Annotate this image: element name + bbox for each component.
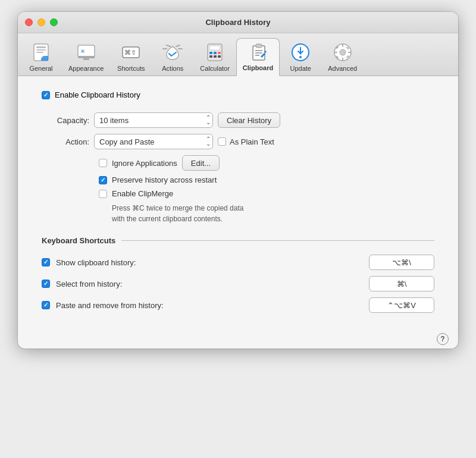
toolbar: General ⌘ Appearance ⌘⇧ Shortcuts — [18, 33, 458, 76]
tab-calculator[interactable]: Calculator — [193, 38, 236, 76]
preserve-history-label: Preserve history across restart — [112, 175, 217, 184]
clipmerge-description: Press ⌘C twice to merge the copied dataw… — [112, 203, 434, 224]
appearance-icon: ⌘ — [76, 42, 97, 63]
checkboxes-section: Ignore Applications Edit... Preserve his… — [99, 155, 434, 224]
general-icon — [30, 42, 52, 63]
shortcut-select-history-label: Select from history: — [56, 280, 363, 288]
divider-line — [121, 240, 434, 241]
svg-rect-5 — [78, 56, 95, 58]
svg-rect-14 — [218, 52, 221, 54]
shortcut-paste-remove-key[interactable]: ⌃⌥⌘V — [369, 297, 434, 313]
tab-appearance-label: Appearance — [68, 65, 104, 72]
svg-rect-16 — [214, 55, 217, 58]
capacity-row: Capacity: 5 items 10 items 20 items 50 i… — [42, 112, 434, 128]
tab-clipboard-label: Clipboard — [243, 64, 273, 71]
svg-rect-30 — [348, 52, 351, 53]
svg-rect-15 — [209, 55, 212, 58]
plain-text-label: As Plain Text — [230, 137, 274, 146]
edit-button[interactable]: Edit... — [182, 155, 220, 171]
ignore-apps-label: Ignore Applications — [112, 159, 177, 168]
shortcut-show-history-key[interactable]: ⌥⌘\ — [369, 255, 434, 270]
content-area: Enable Clipboard History Capacity: 5 ite… — [18, 76, 458, 327]
clipmerge-desc-text: Press ⌘C twice to merge the copied dataw… — [112, 204, 243, 223]
tab-general[interactable]: General — [20, 38, 62, 76]
svg-rect-13 — [214, 52, 217, 54]
shortcut-paste-remove-label: Paste and remove from history: — [56, 301, 363, 310]
svg-rect-2 — [36, 49, 46, 51]
calculator-icon — [204, 42, 226, 63]
plain-text-row: As Plain Text — [218, 137, 274, 146]
tab-update-label: Update — [290, 65, 311, 72]
tab-actions-label: Actions — [162, 65, 183, 72]
action-select[interactable]: Copy and Paste Copy Paste — [94, 134, 213, 149]
help-button[interactable]: ? — [437, 333, 449, 345]
clear-history-button[interactable]: Clear History — [218, 112, 280, 128]
tab-advanced-label: Advanced — [328, 65, 357, 72]
titlebar: Clipboard History — [18, 12, 458, 33]
svg-rect-27 — [342, 44, 343, 47]
clipmerge-label: Enable ClipMerge — [112, 189, 173, 198]
svg-point-26 — [340, 49, 346, 55]
clipmerge-row: Enable ClipMerge — [99, 189, 434, 198]
action-select-wrapper: Copy and Paste Copy Paste — [94, 134, 213, 149]
tab-advanced[interactable]: Advanced — [321, 38, 364, 76]
svg-rect-3 — [36, 52, 43, 53]
enable-row: Enable Clipboard History — [42, 90, 434, 99]
preserve-history-row: Preserve history across restart — [99, 175, 434, 184]
tab-appearance[interactable]: ⌘ Appearance — [62, 38, 110, 76]
keyboard-shortcuts-divider: Keyboard Shortcuts — [42, 236, 434, 245]
tab-calculator-label: Calculator — [200, 65, 230, 72]
tab-actions[interactable]: Actions — [152, 38, 193, 76]
close-button[interactable] — [25, 18, 33, 26]
svg-text:⌘: ⌘ — [81, 48, 84, 55]
keyboard-shortcuts-heading: Keyboard Shortcuts — [42, 236, 115, 245]
capacity-select-wrapper: 5 items 10 items 20 items 50 items 100 i… — [94, 112, 213, 128]
shortcuts-icon: ⌘⇧ — [120, 42, 142, 63]
capacity-label: Capacity: — [42, 116, 89, 125]
clipboard-icon — [248, 41, 269, 62]
tab-shortcuts[interactable]: ⌘⇧ Shortcuts — [110, 38, 152, 76]
svg-rect-11 — [209, 46, 220, 50]
shortcut-show-history-row: Show clipboard history: ⌥⌘\ — [42, 255, 434, 270]
shortcut-paste-remove-row: Paste and remove from history: ⌃⌥⌘V — [42, 297, 434, 313]
svg-rect-28 — [342, 58, 343, 61]
tab-update[interactable]: Update — [280, 38, 321, 76]
svg-text:⌘⇧: ⌘⇧ — [124, 49, 136, 56]
window-title: Clipboard History — [205, 18, 270, 27]
shortcut-rows: Show clipboard history: ⌥⌘\ Select from … — [42, 255, 434, 313]
clipmerge-checkbox[interactable] — [99, 190, 107, 198]
tab-general-label: General — [29, 65, 52, 72]
shortcut-show-history-label: Show clipboard history: — [56, 258, 363, 267]
shortcut-paste-remove-checkbox[interactable] — [42, 301, 50, 309]
svg-point-24 — [299, 56, 302, 58]
advanced-icon — [332, 42, 353, 63]
svg-rect-17 — [218, 55, 221, 58]
enable-clipboard-checkbox[interactable] — [42, 91, 50, 99]
actions-icon — [162, 42, 183, 63]
plain-text-checkbox[interactable] — [218, 137, 226, 146]
enable-clipboard-label: Enable Clipboard History — [55, 90, 140, 99]
tab-shortcuts-label: Shortcuts — [117, 65, 145, 72]
svg-rect-12 — [209, 52, 212, 54]
window-controls — [25, 18, 58, 26]
shortcut-select-history-row: Select from history: ⌘\ — [42, 276, 434, 291]
svg-rect-19 — [256, 44, 262, 48]
preserve-history-checkbox[interactable] — [99, 176, 107, 184]
shortcut-show-history-checkbox[interactable] — [42, 258, 50, 266]
shortcut-select-history-checkbox[interactable] — [42, 280, 50, 288]
update-icon — [290, 42, 311, 63]
svg-rect-6 — [83, 58, 89, 60]
action-row: Action: Copy and Paste Copy Paste As Pla… — [42, 134, 434, 149]
ignore-apps-row: Ignore Applications Edit... — [99, 155, 434, 171]
tab-clipboard[interactable]: Clipboard — [236, 38, 280, 76]
capacity-select[interactable]: 5 items 10 items 20 items 50 items 100 i… — [94, 112, 213, 128]
minimize-button[interactable] — [37, 18, 45, 26]
main-window: Clipboard History General — [18, 12, 458, 349]
bottom-bar: ? — [18, 327, 458, 349]
action-label: Action: — [42, 137, 89, 146]
svg-rect-29 — [334, 52, 337, 53]
maximize-button[interactable] — [50, 18, 58, 26]
svg-rect-1 — [36, 46, 46, 48]
shortcut-select-history-key[interactable]: ⌘\ — [369, 276, 434, 291]
ignore-apps-checkbox[interactable] — [99, 159, 107, 167]
